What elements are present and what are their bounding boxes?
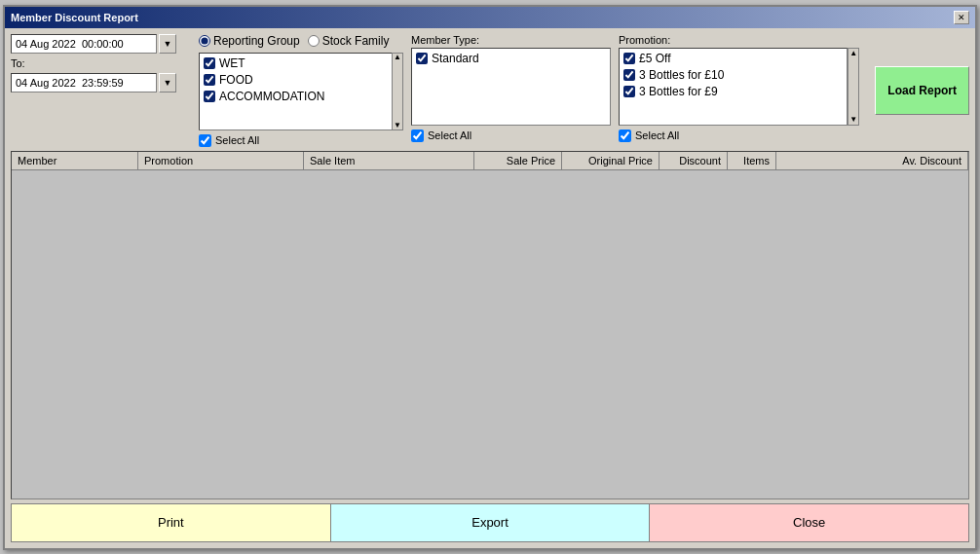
reporting-group-option[interactable]: Reporting Group xyxy=(199,34,300,48)
col-promotion: Promotion xyxy=(138,152,304,169)
member-type-select-all-row[interactable]: Select All xyxy=(411,129,611,142)
promotion-label: Promotion: xyxy=(619,34,859,46)
col-sale-price: Sale Price xyxy=(474,152,562,169)
date-section: ▼ To: ▼ xyxy=(11,34,191,92)
checkbox-3bottles10[interactable] xyxy=(623,69,635,81)
date-to-row: ▼ xyxy=(11,73,191,92)
list-item-accommodation[interactable]: ACCOMMODATION xyxy=(202,89,386,104)
member-type-label: Member Type: xyxy=(411,34,611,46)
close-window-button[interactable]: ✕ xyxy=(954,11,969,24)
checkbox-wet[interactable] xyxy=(204,57,215,69)
window-title: Member Discount Report xyxy=(11,12,138,23)
date-from-input[interactable] xyxy=(11,34,157,54)
list-item-3bottles-9[interactable]: 3 Bottles for £9 xyxy=(622,84,835,99)
radio-row: Reporting Group Stock Family xyxy=(199,34,403,48)
col-items: Items xyxy=(728,152,776,169)
table-header: Member Promotion Sale Item Sale Price Or… xyxy=(12,152,968,170)
group-section: Reporting Group Stock Family WET xyxy=(199,34,403,147)
scrollbar-reporting[interactable]: ▲ ▼ xyxy=(392,53,403,130)
member-type-section: Member Type: Standard Select All xyxy=(411,34,611,142)
date-from-row: ▼ xyxy=(11,34,191,54)
list-item-standard[interactable]: Standard xyxy=(414,51,610,66)
list-item-5off[interactable]: £5 Off xyxy=(622,51,835,66)
export-button[interactable]: Export xyxy=(330,503,650,542)
promotion-list: £5 Off 3 Bottles for £10 3 Bottles for £… xyxy=(619,48,848,126)
top-section: ▼ To: ▼ Reporting Group Stock xyxy=(11,34,969,147)
list-item-wet[interactable]: WET xyxy=(202,55,386,71)
bottom-buttons: Print Export Close xyxy=(11,503,969,542)
date-from-calendar-button[interactable]: ▼ xyxy=(159,34,176,54)
main-window: Member Discount Report ✕ ▼ To: ▼ xyxy=(3,5,977,550)
reporting-items-list: WET FOOD ACCOMMODATION xyxy=(199,53,398,130)
list-item-3bottles-10[interactable]: 3 Bottles for £10 xyxy=(622,67,835,83)
stock-family-radio[interactable] xyxy=(308,35,320,47)
col-discount: Discount xyxy=(660,152,728,169)
reporting-select-all-row[interactable]: Select All xyxy=(199,134,403,147)
load-report-button[interactable]: Load Report xyxy=(875,66,969,115)
table-body xyxy=(12,170,968,499)
title-bar-buttons: ✕ xyxy=(954,11,969,24)
select-all-reporting-checkbox[interactable] xyxy=(199,134,211,147)
col-original-price: Original Price xyxy=(562,152,660,169)
col-sale-item: Sale Item xyxy=(304,152,474,169)
date-to-label: To: xyxy=(11,57,191,69)
list-item-food[interactable]: FOOD xyxy=(202,72,386,88)
select-all-promotion-checkbox[interactable] xyxy=(619,129,631,142)
col-member: Member xyxy=(12,152,138,169)
scrollbar-promotion[interactable]: ▲ ▼ xyxy=(848,48,859,126)
stock-family-option[interactable]: Stock Family xyxy=(308,34,390,48)
checkbox-food[interactable] xyxy=(204,74,215,86)
print-button[interactable]: Print xyxy=(11,503,330,542)
date-to-calendar-button[interactable]: ▼ xyxy=(159,73,176,92)
reporting-group-radio[interactable] xyxy=(199,35,210,47)
checkbox-accommodation[interactable] xyxy=(204,91,215,102)
main-content: ▼ To: ▼ Reporting Group Stock xyxy=(5,28,975,548)
member-type-list: Standard xyxy=(411,48,611,126)
title-bar: Member Discount Report ✕ xyxy=(5,7,975,28)
checkbox-5off[interactable] xyxy=(623,53,635,64)
checkbox-standard[interactable] xyxy=(416,53,428,64)
checkbox-3bottles9[interactable] xyxy=(623,86,635,97)
col-av-discount: Av. Discount xyxy=(776,152,968,169)
select-all-member-type-checkbox[interactable] xyxy=(411,129,424,142)
promotion-select-all-row[interactable]: Select All xyxy=(619,129,859,142)
data-table: Member Promotion Sale Item Sale Price Or… xyxy=(11,151,969,499)
promotion-section: Promotion: £5 Off 3 Bottles for £10 xyxy=(619,34,859,142)
date-to-input[interactable] xyxy=(11,73,157,92)
close-button[interactable]: Close xyxy=(649,503,969,542)
